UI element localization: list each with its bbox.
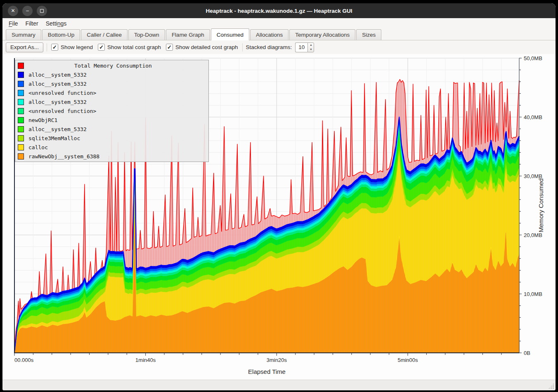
legend-item: alloc__system_5332 bbox=[15, 97, 208, 106]
legend-label: alloc__system_5332 bbox=[28, 72, 87, 78]
legend-swatch bbox=[18, 126, 24, 132]
svg-text:5min00s: 5min00s bbox=[397, 357, 418, 363]
legend-swatch bbox=[18, 108, 24, 114]
menubar: File Filter Settings bbox=[2, 18, 556, 28]
resize-grip-icon[interactable] bbox=[548, 383, 554, 389]
legend-swatch bbox=[18, 153, 24, 160]
legend-item: <unresolved function> bbox=[15, 88, 208, 97]
legend-label: calloc bbox=[28, 144, 48, 150]
legend-label: <unresolved function> bbox=[28, 90, 96, 96]
stacked-diagrams-stepper[interactable]: 10 ▲ ▼ bbox=[295, 42, 314, 52]
checkbox-checked-icon: ✓ bbox=[166, 44, 173, 51]
checkbox-show-detailed-cost-graph[interactable]: ✓ Show detailed cost graph bbox=[165, 44, 239, 51]
close-icon: ✕ bbox=[11, 8, 15, 13]
legend-swatch bbox=[18, 90, 24, 96]
minimize-icon: – bbox=[26, 8, 29, 13]
legend-item: Total Memory Consumption bbox=[15, 61, 208, 70]
legend-item: rawNewObj__system_6388 bbox=[15, 152, 208, 161]
minimize-button[interactable]: – bbox=[22, 6, 33, 16]
tab-temporary-allocations[interactable]: Temporary Allocations bbox=[289, 29, 355, 40]
export-as-button[interactable]: Export As... bbox=[6, 42, 43, 52]
legend-swatch bbox=[18, 72, 24, 78]
toolbar-separator bbox=[242, 43, 243, 52]
toolbar-separator bbox=[47, 43, 47, 52]
spin-down-icon[interactable]: ▼ bbox=[308, 47, 314, 52]
checkbox-checked-icon: ✓ bbox=[98, 44, 105, 51]
legend-item: alloc__system_5332 bbox=[15, 70, 208, 79]
heaptrack-window: ✕ – Heaptrack - heaptrack.wakunode.1.gz … bbox=[2, 3, 556, 390]
statusbar bbox=[2, 380, 556, 390]
tab-flame-graph[interactable]: Flame Graph bbox=[166, 29, 210, 40]
legend-swatch bbox=[18, 135, 24, 141]
maximize-icon bbox=[40, 9, 44, 13]
tab-summary[interactable]: Summary bbox=[6, 29, 41, 40]
legend-label: newObjRC1 bbox=[28, 117, 57, 123]
legend-label: alloc__system_5332 bbox=[28, 81, 87, 87]
tabbar: Summary Bottom-Up Caller / Callee Top-Do… bbox=[2, 28, 556, 40]
legend-label: <unresolved function> bbox=[28, 108, 96, 114]
svg-text:0B: 0B bbox=[524, 350, 530, 356]
y-axis-title: Memory Consumed bbox=[537, 178, 544, 232]
x-axis-title: Elapsed Time bbox=[14, 368, 519, 375]
toolbar: Export As... ✓ Show legend ✓ Show total … bbox=[2, 40, 556, 54]
legend-item: calloc bbox=[15, 143, 208, 152]
close-button[interactable]: ✕ bbox=[8, 6, 18, 16]
legend-swatch bbox=[18, 117, 24, 123]
svg-text:00.000s: 00.000s bbox=[14, 357, 34, 363]
tab-consumed[interactable]: Consumed bbox=[211, 28, 249, 40]
tab-bottom-up[interactable]: Bottom-Up bbox=[42, 29, 80, 40]
menu-settings[interactable]: Settings bbox=[42, 19, 71, 28]
legend-label: rawNewObj__system_6388 bbox=[28, 153, 99, 160]
checkbox-label: Show total cost graph bbox=[107, 44, 161, 50]
menu-file[interactable]: File bbox=[5, 19, 22, 28]
chart-legend: Total Memory Consumption alloc__system_5… bbox=[15, 60, 209, 162]
svg-text:3min20s: 3min20s bbox=[267, 357, 287, 363]
legend-swatch bbox=[18, 99, 24, 105]
svg-text:10,0MB: 10,0MB bbox=[524, 291, 542, 297]
svg-text:20,0MB: 20,0MB bbox=[524, 232, 542, 238]
maximize-button[interactable] bbox=[37, 6, 47, 16]
legend-item: alloc__system_5332 bbox=[15, 79, 208, 88]
checkbox-show-total-cost-graph[interactable]: ✓ Show total cost graph bbox=[97, 44, 162, 51]
legend-item: newObjRC1 bbox=[15, 115, 208, 124]
legend-item: sqlite3MemMalloc bbox=[15, 134, 208, 143]
legend-label: Total Memory Consumption bbox=[28, 63, 198, 69]
tab-allocations[interactable]: Allocations bbox=[250, 29, 288, 40]
stacked-diagrams-value[interactable]: 10 bbox=[295, 42, 307, 52]
legend-swatch bbox=[18, 144, 24, 150]
legend-label: sqlite3MemMalloc bbox=[28, 135, 80, 141]
spin-up-icon[interactable]: ▲ bbox=[308, 43, 314, 47]
checkbox-checked-icon: ✓ bbox=[51, 44, 58, 51]
checkbox-label: Show legend bbox=[61, 44, 93, 50]
checkbox-label: Show detailed cost graph bbox=[175, 44, 238, 50]
menu-filter[interactable]: Filter bbox=[22, 19, 42, 28]
legend-item: alloc__system_5332 bbox=[15, 124, 208, 134]
stacked-diagrams-label: Stacked diagrams: bbox=[246, 44, 292, 50]
tab-caller-callee[interactable]: Caller / Callee bbox=[81, 29, 128, 40]
svg-text:50,0MB: 50,0MB bbox=[524, 55, 542, 61]
svg-text:1min40s: 1min40s bbox=[135, 357, 156, 363]
legend-label: alloc__system_5332 bbox=[28, 99, 87, 105]
memory-chart[interactable]: 00.000s1min40s3min20s5min00s0B10,0MB20,0… bbox=[2, 54, 556, 380]
legend-swatch bbox=[18, 63, 24, 69]
legend-label: alloc__system_5332 bbox=[28, 126, 87, 132]
legend-swatch bbox=[18, 81, 24, 87]
titlebar[interactable]: ✕ – Heaptrack - heaptrack.wakunode.1.gz … bbox=[2, 3, 556, 18]
legend-item: <unresolved function> bbox=[15, 106, 208, 115]
window-title: Heaptrack - heaptrack.wakunode.1.gz — He… bbox=[2, 8, 556, 14]
svg-text:40,0MB: 40,0MB bbox=[524, 114, 542, 120]
tab-top-down[interactable]: Top-Down bbox=[128, 29, 165, 40]
checkbox-show-legend[interactable]: ✓ Show legend bbox=[50, 44, 94, 51]
tab-sizes[interactable]: Sizes bbox=[356, 29, 381, 40]
